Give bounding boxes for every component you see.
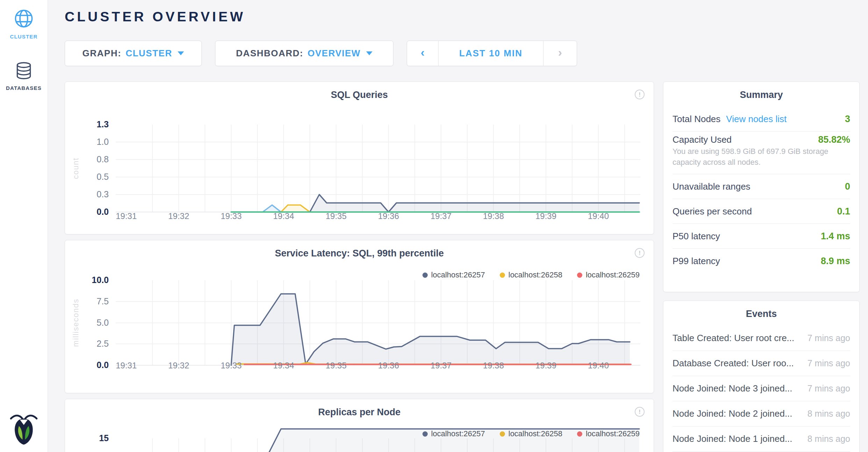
chevron-down-icon bbox=[366, 51, 372, 55]
svg-text:0.0: 0.0 bbox=[97, 360, 109, 370]
summary-row: P50 latency1.4 ms bbox=[673, 224, 850, 249]
chart-card-sql-queries: SQL Queries 1.31.00.80.50.30.019:3119:32… bbox=[65, 82, 654, 234]
sidebar-item-label: DATABASES bbox=[0, 85, 48, 91]
svg-text:19:35: 19:35 bbox=[326, 211, 347, 221]
event-time: 8 mins ago bbox=[801, 434, 850, 444]
svg-text:19:35: 19:35 bbox=[326, 361, 347, 370]
time-range-next-button[interactable]: › bbox=[543, 41, 577, 66]
time-range-selector: ‹ LAST 10 MIN › bbox=[407, 41, 577, 66]
cockroach-logo[interactable] bbox=[0, 413, 48, 447]
summary-row-value: 0 bbox=[845, 181, 850, 192]
event-time: 8 mins ago bbox=[801, 409, 850, 419]
svg-text:19:39: 19:39 bbox=[535, 361, 556, 370]
svg-text:19:39: 19:39 bbox=[535, 211, 556, 221]
chevron-down-icon bbox=[178, 51, 184, 55]
page-title: CLUSTER OVERVIEW bbox=[65, 9, 246, 24]
globe-icon bbox=[14, 8, 34, 29]
events-title: Events bbox=[663, 301, 859, 319]
charts-column: SQL Queries 1.31.00.80.50.30.019:3119:32… bbox=[65, 82, 654, 452]
event-text: Database Created: User roo... bbox=[673, 358, 794, 369]
summary-row-value: 0.1 bbox=[837, 206, 850, 217]
svg-text:count: count bbox=[71, 157, 80, 179]
svg-text:19:37: 19:37 bbox=[431, 361, 451, 370]
events-rows: Table Created: User root cre...7 mins ag… bbox=[663, 326, 859, 452]
event-row[interactable]: Node Joined: Node 2 joined...8 mins ago bbox=[673, 401, 850, 426]
summary-row-value: 85.82% bbox=[818, 134, 850, 145]
event-time: 7 mins ago bbox=[801, 383, 850, 394]
summary-row: P99 latency8.9 ms bbox=[673, 249, 850, 274]
summary-row-value: 1.4 ms bbox=[821, 231, 850, 242]
svg-text:19:40: 19:40 bbox=[588, 361, 609, 370]
replicas-per-node-chart: 151019:3119:3219:3319:3419:3519:3619:371… bbox=[65, 399, 654, 452]
svg-text:19:37: 19:37 bbox=[431, 211, 451, 221]
svg-text:19:34: 19:34 bbox=[273, 211, 294, 221]
sidebar-item-label: CLUSTER bbox=[0, 34, 48, 40]
svg-text:10.0: 10.0 bbox=[92, 275, 109, 285]
svg-text:19:38: 19:38 bbox=[483, 211, 504, 221]
summary-row-value: 8.9 ms bbox=[821, 256, 850, 267]
svg-text:19:40: 19:40 bbox=[588, 211, 609, 221]
dashboard-dropdown[interactable]: DASHBOARD: OVERVIEW bbox=[215, 41, 393, 66]
event-time: 7 mins ago bbox=[801, 333, 850, 343]
graph-dropdown[interactable]: GRAPH: CLUSTER bbox=[65, 41, 202, 66]
svg-text:19:36: 19:36 bbox=[378, 211, 399, 221]
svg-text:19:33: 19:33 bbox=[221, 361, 242, 370]
svg-text:10: 10 bbox=[99, 451, 109, 452]
time-range-prev-button[interactable]: ‹ bbox=[407, 41, 439, 66]
summary-row: Capacity Used85.82%You are using 598.9 G… bbox=[673, 132, 850, 174]
svg-text:19:31: 19:31 bbox=[116, 211, 137, 221]
summary-row: Total NodesView nodes list3 bbox=[673, 107, 850, 132]
summary-row-label: P50 latency bbox=[673, 231, 720, 242]
events-card: Events Table Created: User root cre...7 … bbox=[663, 301, 860, 452]
time-range-label[interactable]: LAST 10 MIN bbox=[439, 41, 543, 66]
svg-text:19:32: 19:32 bbox=[168, 211, 189, 221]
main-content: CLUSTER OVERVIEW GRAPH: CLUSTER DASHBOAR… bbox=[48, 0, 868, 452]
event-text: Node Joined: Node 1 joined... bbox=[673, 433, 792, 444]
event-row[interactable]: Node Joined: Node 3 joined...7 mins ago bbox=[673, 376, 850, 401]
svg-text:1.3: 1.3 bbox=[97, 119, 109, 129]
summary-title: Summary bbox=[663, 82, 859, 100]
svg-text:19:38: 19:38 bbox=[483, 361, 504, 370]
controls-bar: GRAPH: CLUSTER DASHBOARD: OVERVIEW ‹ LAS… bbox=[65, 41, 577, 66]
summary-card: Summary Total NodesView nodes list3Capac… bbox=[663, 82, 860, 292]
svg-text:19:33: 19:33 bbox=[221, 211, 242, 221]
dashboard-dropdown-value: OVERVIEW bbox=[308, 48, 361, 59]
dashboard-dropdown-label: DASHBOARD: bbox=[236, 48, 304, 59]
svg-text:0.8: 0.8 bbox=[97, 154, 109, 164]
event-time: 7 mins ago bbox=[801, 358, 850, 368]
summary-row: Queries per second0.1 bbox=[673, 199, 850, 224]
summary-row-label: Queries per second bbox=[673, 206, 752, 217]
summary-row-label: Unavailable ranges bbox=[673, 181, 750, 192]
svg-text:0.3: 0.3 bbox=[97, 189, 109, 199]
svg-text:19:36: 19:36 bbox=[378, 361, 399, 370]
summary-row-label: Capacity Used bbox=[673, 134, 732, 145]
svg-text:19:34: 19:34 bbox=[273, 361, 294, 370]
sidebar-item-cluster[interactable]: CLUSTER bbox=[0, 8, 48, 40]
database-icon bbox=[14, 61, 33, 80]
chart-card-replicas-per-node: Replicas per Node localhost:26257localho… bbox=[65, 399, 654, 452]
sidebar: CLUSTER DATABASES bbox=[0, 0, 48, 452]
event-row[interactable]: Database Created: User roo...7 mins ago bbox=[673, 351, 850, 376]
svg-text:19:31: 19:31 bbox=[116, 361, 137, 370]
summary-row-label: Total Nodes bbox=[673, 114, 720, 125]
event-row[interactable]: Node Joined: Node 1 joined...8 mins ago bbox=[673, 426, 850, 452]
graph-dropdown-label: GRAPH: bbox=[83, 48, 122, 59]
svg-text:19:32: 19:32 bbox=[168, 361, 189, 370]
sidebar-item-databases[interactable]: DATABASES bbox=[0, 61, 48, 91]
svg-text:7.5: 7.5 bbox=[97, 296, 109, 306]
svg-text:milliseconds: milliseconds bbox=[71, 299, 80, 347]
sql-queries-chart: 1.31.00.80.50.30.019:3119:3219:3319:3419… bbox=[65, 82, 654, 235]
graph-dropdown-value: CLUSTER bbox=[126, 48, 172, 59]
summary-row: Unavailable ranges0 bbox=[673, 174, 850, 199]
event-text: Node Joined: Node 3 joined... bbox=[673, 383, 792, 394]
summary-row-label: P99 latency bbox=[673, 256, 720, 267]
event-row[interactable]: Table Created: User root cre...7 mins ag… bbox=[673, 326, 850, 351]
event-text: Node Joined: Node 2 joined... bbox=[673, 408, 792, 419]
view-nodes-link[interactable]: View nodes list bbox=[726, 114, 787, 125]
event-text: Table Created: User root cre... bbox=[673, 333, 794, 344]
svg-text:15: 15 bbox=[99, 433, 109, 443]
summary-row-subtext: You are using 598.9 GiB of 697.9 GiB sto… bbox=[673, 145, 850, 171]
svg-text:0.0: 0.0 bbox=[97, 207, 109, 217]
svg-text:0.5: 0.5 bbox=[97, 172, 109, 182]
summary-row-value: 3 bbox=[845, 114, 850, 125]
